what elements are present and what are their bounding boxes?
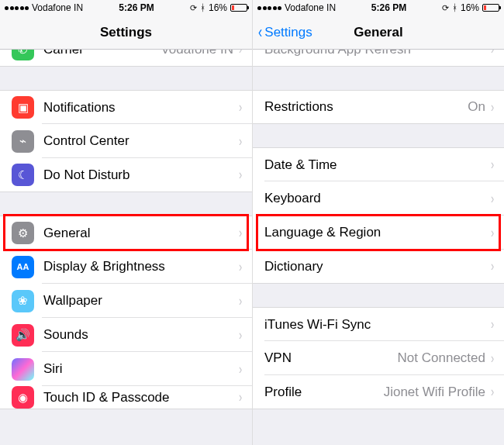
row-label: Control Center [43,133,238,149]
battery-percent: 16% [209,2,227,13]
battery-percent: 16% [461,2,479,13]
row-label: Touch ID & Passcode [43,390,238,405]
orientation-lock-icon: ⟳ [442,3,449,13]
status-bar: Vodafone IN 5:26 PM ⟳ ᚼ 16% [0,0,252,16]
row-profile[interactable]: Profile Jionet Wifi Profile › [253,375,504,409]
chevron-right-icon: › [491,50,494,57]
row-label: Notifications [43,100,238,116]
row-background-app-refresh[interactable]: Background App Refresh › [253,50,504,67]
sounds-icon: 🔊 [12,324,34,347]
chevron-right-icon: › [239,225,242,241]
row-label: Background App Refresh [264,50,490,57]
bluetooth-icon: ᚼ [200,2,205,13]
status-time: 5:26 PM [371,2,406,13]
row-control-center[interactable]: ⌁ Control Center › [0,124,252,158]
notifications-icon: ▣ [12,96,34,119]
nav-bar: Settings [0,16,252,50]
chevron-right-icon: › [239,293,242,309]
chevron-right-icon: › [239,327,242,343]
row-language-region[interactable]: Language & Region › [253,216,504,250]
chevron-right-icon: › [239,389,242,405]
chevron-right-icon: › [491,225,494,241]
gear-icon: ⚙ [12,222,34,244]
row-siri[interactable]: Siri › [0,352,252,386]
row-wallpaper[interactable]: ❀ Wallpaper › [0,284,252,318]
chevron-right-icon: › [491,99,494,116]
row-label: Wallpaper [43,293,238,309]
chevron-right-icon: › [239,133,242,150]
back-button[interactable]: ‹ Settings [257,16,312,49]
status-time: 5:26 PM [119,2,154,13]
chevron-right-icon: › [239,167,242,183]
row-itunes-wifi-sync[interactable]: iTunes Wi-Fi Sync › [253,307,504,341]
chevron-right-icon: › [491,191,494,207]
row-general[interactable]: ⚙ General › [0,216,252,250]
row-label: Keyboard [264,191,490,206]
row-label: Do Not Disturb [43,167,238,183]
settings-list[interactable]: ✆ Carrier Vodafone IN › ▣ Notifications … [0,50,252,445]
chevron-right-icon: › [239,259,242,275]
row-touch-id[interactable]: ◉ Touch ID & Passcode › [0,386,252,409]
page-title: General [354,25,402,40]
row-dictionary[interactable]: Dictionary › [253,250,504,284]
phone-icon: ✆ [12,50,34,60]
moon-icon: ☾ [12,164,34,186]
row-label: General [43,226,238,241]
row-label: Language & Region [264,225,490,240]
general-screen: Vodafone IN 5:26 PM ⟳ ᚼ 16% ‹ Settings G… [252,0,504,445]
row-label: Profile [264,385,384,400]
control-center-icon: ⌁ [12,130,34,153]
row-notifications[interactable]: ▣ Notifications › [0,90,252,124]
chevron-right-icon: › [239,361,242,378]
fingerprint-icon: ◉ [12,386,34,409]
row-do-not-disturb[interactable]: ☾ Do Not Disturb › [0,158,252,192]
back-label: Settings [264,25,312,40]
bluetooth-icon: ᚼ [452,2,457,13]
general-list[interactable]: Background App Refresh › Restrictions On… [253,50,504,445]
nav-bar: ‹ Settings General [253,16,504,50]
chevron-right-icon: › [491,384,494,400]
row-display-brightness[interactable]: AA Display & Brightness › [0,250,252,284]
row-carrier[interactable]: ✆ Carrier Vodafone IN › [0,50,252,67]
row-date-time[interactable]: Date & Time › [253,147,504,181]
row-vpn[interactable]: VPN Not Connected › [253,341,504,375]
chevron-left-icon: ‹ [258,24,262,41]
battery-icon [482,4,499,12]
row-label: Date & Time [264,157,490,173]
page-title: Settings [100,25,152,40]
chevron-right-icon: › [491,157,494,173]
wallpaper-icon: ❀ [12,290,34,312]
orientation-lock-icon: ⟳ [190,3,197,13]
row-keyboard[interactable]: Keyboard › [253,181,504,216]
chevron-right-icon: › [491,316,494,333]
signal-strength-icon [257,6,281,10]
row-label: Sounds [43,327,238,343]
row-value: Vodafone IN [161,50,233,57]
row-value: Jionet Wifi Profile [384,385,485,400]
row-label: Siri [43,361,238,377]
chevron-right-icon: › [239,99,242,116]
carrier-label: Vodafone IN [285,2,336,13]
battery-icon [230,4,247,12]
row-label: iTunes Wi-Fi Sync [264,317,490,333]
row-label: Restrictions [264,99,468,115]
row-sounds[interactable]: 🔊 Sounds › [0,318,252,352]
siri-icon [12,358,34,381]
row-label: Dictionary [264,259,490,274]
carrier-label: Vodafone IN [32,2,83,13]
row-value: On [468,99,485,115]
row-restrictions[interactable]: Restrictions On › [253,90,504,124]
row-label: VPN [264,350,398,366]
row-value: Not Connected [398,350,485,366]
display-icon: AA [12,256,34,278]
chevron-right-icon: › [491,258,494,274]
row-label: Display & Brightness [43,259,238,274]
chevron-right-icon: › [491,350,494,367]
row-label: Carrier [43,50,161,57]
settings-screen: Vodafone IN 5:26 PM ⟳ ᚼ 16% Settings ✆ C… [0,0,252,445]
status-bar: Vodafone IN 5:26 PM ⟳ ᚼ 16% [253,0,504,16]
chevron-right-icon: › [239,50,242,57]
signal-strength-icon [5,6,29,10]
